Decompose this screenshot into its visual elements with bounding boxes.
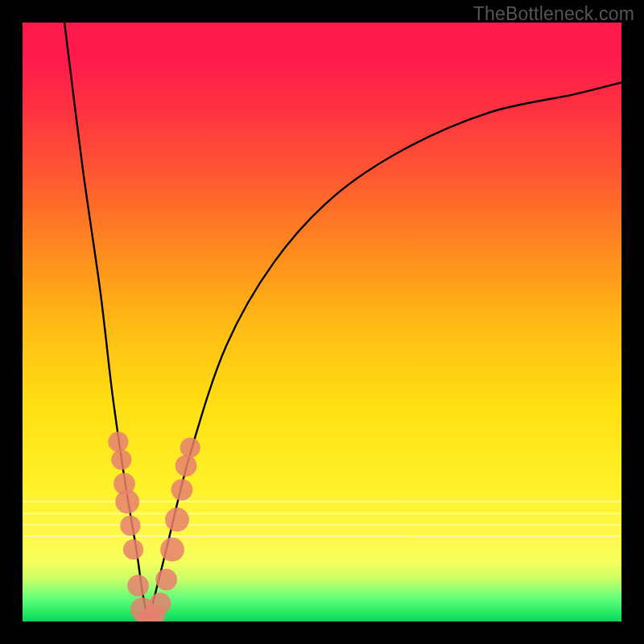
data-marker bbox=[150, 592, 171, 614]
data-marker bbox=[160, 538, 184, 562]
plot-area bbox=[23, 23, 621, 621]
data-marker bbox=[108, 431, 128, 452]
data-marker bbox=[180, 438, 200, 458]
curve-layer bbox=[23, 23, 621, 621]
data-marker bbox=[165, 508, 189, 532]
curve-right-branch bbox=[148, 82, 621, 621]
data-marker bbox=[115, 489, 139, 514]
data-marker bbox=[111, 450, 131, 470]
data-marker bbox=[155, 569, 177, 591]
attribution-text: TheBottleneck.com bbox=[473, 3, 634, 25]
chart-frame: TheBottleneck.com bbox=[0, 0, 644, 644]
data-marker bbox=[123, 539, 143, 559]
data-marker bbox=[120, 515, 140, 535]
data-marker bbox=[175, 455, 197, 477]
data-marker bbox=[171, 479, 193, 501]
data-marker bbox=[127, 575, 149, 597]
